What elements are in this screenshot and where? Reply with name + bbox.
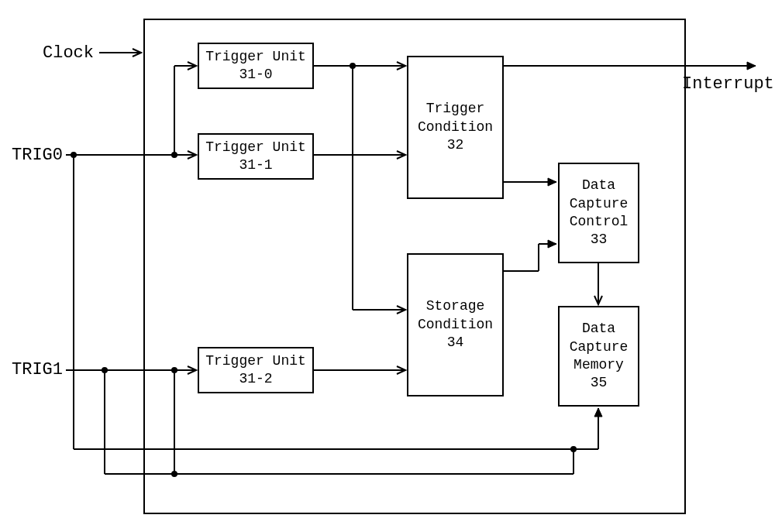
block-title2: Capture	[570, 195, 629, 213]
trigger-unit-2: Trigger Unit 31-2	[198, 347, 314, 393]
svg-point-8	[102, 367, 108, 373]
block-title: Trigger	[426, 100, 485, 118]
trigger-unit-1: Trigger Unit 31-1	[198, 133, 314, 180]
block-title: Trigger Unit	[205, 352, 306, 370]
trigger-condition: Trigger Condition 32	[407, 56, 504, 199]
block-title: Storage	[426, 297, 485, 315]
diagram-canvas: Clock TRIG0 TRIG1 Interrupt Trigger Unit…	[0, 0, 775, 532]
block-title: Trigger Unit	[205, 48, 306, 66]
data-capture-control: Data Capture Control 33	[558, 163, 639, 263]
trigger-unit-0: Trigger Unit 31-0	[198, 43, 314, 89]
block-id: 31-0	[239, 66, 272, 84]
data-capture-memory: Data Capture Memory 35	[558, 306, 639, 407]
block-title: Data	[582, 320, 615, 338]
block-id: 32	[447, 136, 464, 154]
block-title: Data	[582, 177, 615, 194]
block-id: 31-2	[239, 370, 272, 388]
block-id: 31-1	[239, 156, 272, 174]
block-id: 33	[591, 231, 608, 249]
block-id: 35	[591, 374, 608, 392]
block-title: Trigger Unit	[205, 139, 306, 156]
svg-point-2	[71, 152, 77, 158]
block-id: 34	[447, 334, 464, 352]
trig0-label: TRIG0	[12, 146, 63, 165]
block-title3: Memory	[574, 356, 624, 374]
interrupt-label: Interrupt	[682, 74, 774, 94]
trig1-label: TRIG1	[12, 360, 63, 379]
block-title3: Control	[570, 213, 629, 231]
storage-condition: Storage Condition 34	[407, 253, 504, 396]
block-title2: Condition	[418, 118, 493, 136]
block-title2: Capture	[570, 338, 629, 356]
block-title2: Condition	[418, 316, 493, 334]
clock-label: Clock	[43, 43, 94, 63]
